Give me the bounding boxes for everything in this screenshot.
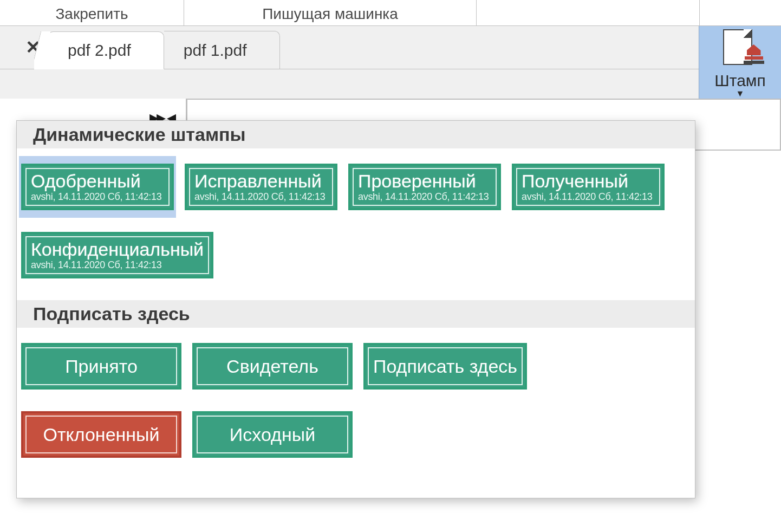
tab-pdf1[interactable]: pdf 1.pdf: [164, 31, 280, 69]
stamp-approved[interactable]: Одобренный avshi, 14.11.2020 Сб, 11:42:1…: [19, 156, 176, 218]
stamp-title: Свидетель: [226, 356, 318, 377]
stamp-received[interactable]: Полученный avshi, 14.11.2020 Сб, 11:42:1…: [510, 156, 667, 218]
section-sign-header: Подписать здесь: [17, 300, 695, 328]
stamp-meta: avshi, 14.11.2020 Сб, 11:42:13: [194, 191, 326, 203]
stamp-rejected[interactable]: Отклоненный: [19, 404, 184, 465]
stamp-reviewed[interactable]: Проверенный avshi, 14.11.2020 Сб, 11:42:…: [346, 156, 503, 218]
stamp-meta: avshi, 14.11.2020 Сб, 11:42:13: [358, 191, 489, 203]
stamp-title: Конфиденциальный: [31, 240, 204, 258]
tabstrip: ✕ pdf 2.pdf pdf 1.pdf: [0, 26, 699, 69]
dynamic-stamp-grid: Одобренный avshi, 14.11.2020 Сб, 11:42:1…: [17, 148, 695, 300]
menu-typewriter[interactable]: Пишущая машинка: [184, 0, 477, 26]
stamp-title: Полученный: [522, 172, 628, 190]
stamp-title: Одобренный: [31, 172, 141, 190]
stamp-meta: avshi, 14.11.2020 Сб, 11:42:13: [522, 191, 653, 203]
stamp-title: Подписать здесь: [373, 356, 517, 377]
tab-label: pdf 2.pdf: [68, 41, 131, 60]
stamp-sign-here[interactable]: Подписать здесь: [361, 335, 529, 397]
stamp-meta: avshi, 14.11.2020 Сб, 11:42:13: [31, 259, 162, 271]
section-dynamic-header: Динамические штампы: [17, 121, 695, 148]
stamp-accepted[interactable]: Принято: [19, 335, 184, 397]
menu-blank-2: [700, 0, 781, 26]
stamp-title: Принято: [65, 356, 138, 377]
stamp-revised[interactable]: Исправленный avshi, 14.11.2020 Сб, 11:42…: [183, 156, 340, 218]
menu-blank: [477, 0, 700, 26]
document-row: ✕ pdf 2.pdf pdf 1.pdf Штамп ▼: [0, 26, 781, 99]
stamp-title: Отклоненный: [43, 424, 159, 445]
stamp-icon: [723, 29, 758, 68]
stamp-title: Исправленный: [194, 172, 322, 190]
menubar: Закрепить Пишущая машинка: [0, 0, 781, 26]
stamp-meta: avshi, 14.11.2020 Сб, 11:42:13: [31, 191, 162, 203]
sign-stamp-grid: Принято Свидетель Подписать здесь Отклон…: [17, 328, 695, 479]
stamp-confidential[interactable]: Конфиденциальный avshi, 14.11.2020 Сб, 1…: [19, 224, 216, 286]
stamp-title: Исходный: [230, 424, 315, 445]
stamp-title: Проверенный: [358, 172, 476, 190]
stamp-dropdown: Динамические штампы Одобренный avshi, 14…: [16, 120, 695, 498]
stamp-witness[interactable]: Свидетель: [190, 335, 355, 397]
stamp-initial[interactable]: Исходный: [190, 404, 355, 465]
menu-pin[interactable]: Закрепить: [0, 0, 184, 26]
stamp-tool-button[interactable]: Штамп ▼: [699, 26, 781, 99]
chevron-down-icon: ▼: [736, 89, 745, 99]
tab-label: pdf 1.pdf: [184, 41, 247, 60]
stamp-tool-label: Штамп: [714, 72, 765, 90]
tab-pdf2[interactable]: pdf 2.pdf: [48, 31, 164, 69]
